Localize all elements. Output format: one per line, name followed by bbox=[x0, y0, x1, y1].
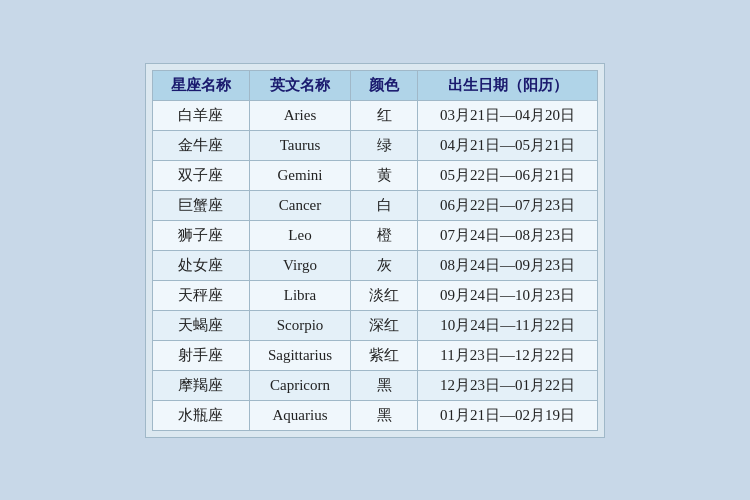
table-row: 天秤座Libra淡红09月24日—10月23日 bbox=[152, 280, 597, 310]
table-row: 射手座Sagittarius紫红11月23日—12月22日 bbox=[152, 340, 597, 370]
cell-color: 深红 bbox=[351, 310, 418, 340]
cell-color: 红 bbox=[351, 100, 418, 130]
cell-date: 06月22日—07月23日 bbox=[418, 190, 598, 220]
cell-english: Sagittarius bbox=[249, 340, 350, 370]
cell-date: 11月23日—12月22日 bbox=[418, 340, 598, 370]
header-chinese: 星座名称 bbox=[152, 70, 249, 100]
cell-english: Aquarius bbox=[249, 400, 350, 430]
cell-english: Taurus bbox=[249, 130, 350, 160]
cell-color: 白 bbox=[351, 190, 418, 220]
table-row: 摩羯座Capricorn黑12月23日—01月22日 bbox=[152, 370, 597, 400]
zodiac-table-container: 星座名称 英文名称 颜色 出生日期（阳历） 白羊座Aries红03月21日—04… bbox=[145, 63, 605, 438]
table-row: 双子座Gemini黄05月22日—06月21日 bbox=[152, 160, 597, 190]
cell-english: Aries bbox=[249, 100, 350, 130]
cell-date: 07月24日—08月23日 bbox=[418, 220, 598, 250]
cell-chinese: 金牛座 bbox=[152, 130, 249, 160]
cell-date: 09月24日—10月23日 bbox=[418, 280, 598, 310]
cell-chinese: 射手座 bbox=[152, 340, 249, 370]
cell-chinese: 处女座 bbox=[152, 250, 249, 280]
cell-chinese: 双子座 bbox=[152, 160, 249, 190]
cell-date: 10月24日—11月22日 bbox=[418, 310, 598, 340]
table-row: 处女座Virgo灰08月24日—09月23日 bbox=[152, 250, 597, 280]
table-row: 水瓶座Aquarius黑01月21日—02月19日 bbox=[152, 400, 597, 430]
cell-chinese: 巨蟹座 bbox=[152, 190, 249, 220]
table-row: 金牛座Taurus绿04月21日—05月21日 bbox=[152, 130, 597, 160]
cell-date: 04月21日—05月21日 bbox=[418, 130, 598, 160]
cell-chinese: 狮子座 bbox=[152, 220, 249, 250]
cell-date: 12月23日—01月22日 bbox=[418, 370, 598, 400]
cell-date: 08月24日—09月23日 bbox=[418, 250, 598, 280]
cell-date: 01月21日—02月19日 bbox=[418, 400, 598, 430]
header-row: 星座名称 英文名称 颜色 出生日期（阳历） bbox=[152, 70, 597, 100]
cell-english: Scorpio bbox=[249, 310, 350, 340]
cell-chinese: 水瓶座 bbox=[152, 400, 249, 430]
cell-color: 橙 bbox=[351, 220, 418, 250]
header-date: 出生日期（阳历） bbox=[418, 70, 598, 100]
cell-color: 灰 bbox=[351, 250, 418, 280]
table-row: 白羊座Aries红03月21日—04月20日 bbox=[152, 100, 597, 130]
cell-english: Virgo bbox=[249, 250, 350, 280]
cell-chinese: 天秤座 bbox=[152, 280, 249, 310]
cell-date: 05月22日—06月21日 bbox=[418, 160, 598, 190]
cell-chinese: 白羊座 bbox=[152, 100, 249, 130]
cell-english: Cancer bbox=[249, 190, 350, 220]
cell-color: 黑 bbox=[351, 370, 418, 400]
header-english: 英文名称 bbox=[249, 70, 350, 100]
cell-color: 绿 bbox=[351, 130, 418, 160]
zodiac-table: 星座名称 英文名称 颜色 出生日期（阳历） 白羊座Aries红03月21日—04… bbox=[152, 70, 598, 431]
cell-date: 03月21日—04月20日 bbox=[418, 100, 598, 130]
cell-english: Leo bbox=[249, 220, 350, 250]
cell-color: 黄 bbox=[351, 160, 418, 190]
cell-english: Gemini bbox=[249, 160, 350, 190]
table-body: 白羊座Aries红03月21日—04月20日金牛座Taurus绿04月21日—0… bbox=[152, 100, 597, 430]
table-row: 狮子座Leo橙07月24日—08月23日 bbox=[152, 220, 597, 250]
table-row: 天蝎座Scorpio深红10月24日—11月22日 bbox=[152, 310, 597, 340]
table-header: 星座名称 英文名称 颜色 出生日期（阳历） bbox=[152, 70, 597, 100]
cell-english: Libra bbox=[249, 280, 350, 310]
cell-color: 黑 bbox=[351, 400, 418, 430]
cell-english: Capricorn bbox=[249, 370, 350, 400]
cell-chinese: 摩羯座 bbox=[152, 370, 249, 400]
cell-color: 紫红 bbox=[351, 340, 418, 370]
table-row: 巨蟹座Cancer白06月22日—07月23日 bbox=[152, 190, 597, 220]
cell-chinese: 天蝎座 bbox=[152, 310, 249, 340]
cell-color: 淡红 bbox=[351, 280, 418, 310]
header-color: 颜色 bbox=[351, 70, 418, 100]
